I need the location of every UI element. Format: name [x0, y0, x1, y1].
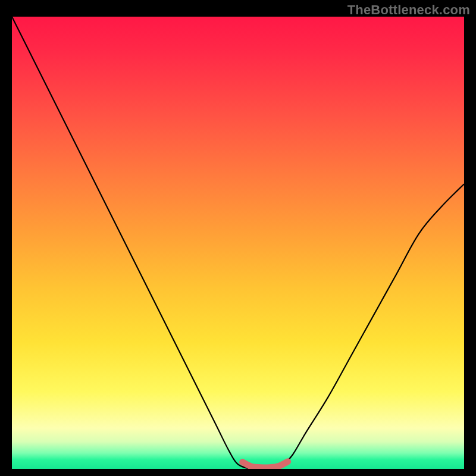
- gradient-plot-area: [12, 17, 464, 469]
- curve-layer: [12, 17, 464, 469]
- optimal-band: [243, 462, 288, 468]
- chart-frame: TheBottleneck.com: [0, 0, 476, 476]
- watermark-text: TheBottleneck.com: [347, 2, 470, 18]
- bottleneck-curve: [12, 17, 464, 469]
